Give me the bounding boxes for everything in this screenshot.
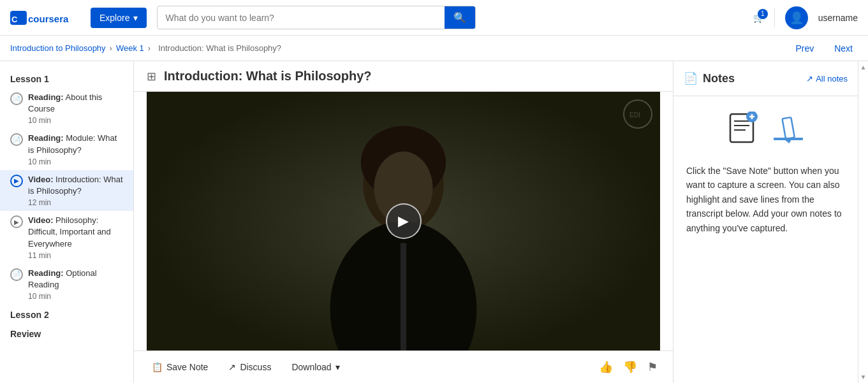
save-note-icon: 📋 [152,362,163,372]
thumbs-down-button[interactable]: 👎 [621,358,640,377]
breadcrumb-sep1: › [110,43,112,53]
video-icon-1: ▶ [10,175,23,187]
notes-title: Notes [703,72,735,85]
sidebar-item-label-4: Video: Philosophy: Difficult, Important … [28,215,123,250]
notes-panel: 📄 Notes ↗ All notes [673,61,858,383]
main-layout: Lesson 1 📄 Reading: About this Course 10… [0,61,868,383]
svg-text:EDI: EDI [629,112,640,119]
cart-icon[interactable]: 🛒 1 [753,13,764,23]
save-note-icon-large [728,112,760,148]
notes-document-icon: 📄 [684,71,698,85]
content-header: ⊞ Introduction: What is Philosophy? [134,61,673,92]
notes-description: Click the "Save Note" button when you wa… [673,159,858,248]
breadcrumb-week[interactable]: Week 1 [116,43,144,53]
content-title: Introduction: What is Philosophy? [164,69,372,83]
external-link-icon: ↗ [806,74,813,83]
svg-rect-19 [782,117,794,139]
search-button[interactable]: 🔍 [445,6,475,29]
sidebar-item-video-philosophy[interactable]: ▶ Video: Philosophy: Difficult, Importan… [0,211,133,264]
logo[interactable]: C coursera [10,8,80,27]
sidebar-item-label-5: Reading: Optional Reading [28,268,123,291]
reading-icon-2: 📄 [10,133,23,146]
breadcrumb-current: Introduction: What is Philosophy? [158,43,281,53]
lesson2-title: Lesson 2 [0,305,133,324]
sidebar-item-label-2: Reading: Module: What is Philosophy? [28,133,123,155]
review-title: Review [0,324,133,343]
sidebar-item-duration-4: 11 min [28,251,123,260]
all-notes-button[interactable]: ↗ All notes [806,74,848,83]
sidebar-item-video-intro[interactable]: ▶ Video: Introduction: What is Philosoph… [0,170,133,211]
grid-icon[interactable]: ⊞ [147,69,156,83]
prev-button[interactable]: Prev [790,41,819,56]
scroll-up-button[interactable]: ▲ [860,64,867,71]
sidebar-item-label-3: Video: Introduction: What is Philosophy? [28,174,123,197]
pencil-icon-large [772,113,804,147]
right-scrollbar: ▲ ▼ [858,61,868,383]
discuss-button[interactable]: ↗ Discuss [223,359,276,375]
header-right: 🛒 1 👤 username [753,6,858,29]
flag-button[interactable]: ⚑ [645,358,660,377]
sidebar-item-reading-about[interactable]: 📄 Reading: About this Course 10 min [0,88,133,129]
sidebar-item-duration-2: 10 min [28,157,123,166]
sidebar-item-reading-module[interactable]: 📄 Reading: Module: What is Philosophy? 1… [0,129,133,170]
search-bar: 🔍 [157,6,476,29]
sidebar-item-label-1: Reading: About this Course [28,92,123,115]
video-icon-2: ▶ [10,215,23,228]
header: C coursera Explore ▾ 🔍 🛒 1 👤 username [0,0,868,36]
svg-rect-8 [401,243,406,351]
username-label[interactable]: username [818,13,858,23]
sidebar: Lesson 1 📄 Reading: About this Course 10… [0,61,134,383]
sidebar-item-duration-1: 10 min [28,116,123,125]
scroll-down-button[interactable]: ▼ [860,373,867,380]
content-area: ⊞ Introduction: What is Philosophy? [134,61,673,383]
reading-icon-3: 📄 [10,268,23,281]
sidebar-item-duration-3: 12 min [28,198,123,207]
breadcrumb: Introduction to Philosophy › Week 1 › In… [0,36,868,61]
thumbs-up-button[interactable]: 👍 [596,358,615,377]
video-toolbar: 📋 Save Note ↗ Discuss Download ▾ 👍 👎 ⚑ [134,350,673,383]
next-button[interactable]: Next [829,41,858,56]
divider [774,8,775,27]
avatar[interactable]: 👤 [785,6,808,29]
notes-header: 📄 Notes ↗ All notes [673,61,858,96]
search-input[interactable] [158,8,445,28]
svg-text:C: C [11,15,18,24]
svg-text:coursera: coursera [28,13,69,24]
lesson1-title: Lesson 1 [0,69,133,88]
toolbar-right: 👍 👎 ⚑ [596,358,660,377]
notes-icons-row [673,96,858,159]
save-note-button[interactable]: 📋 Save Note [147,359,213,375]
download-button[interactable]: Download ▾ [286,359,344,375]
discuss-icon: ↗ [228,362,236,372]
sidebar-item-reading-optional[interactable]: 📄 Reading: Optional Reading 10 min [0,264,133,305]
breadcrumb-course[interactable]: Introduction to Philosophy [10,43,106,53]
reading-icon-1: 📄 [10,92,23,105]
cart-badge: 1 [758,9,768,19]
breadcrumb-nav: Prev Next [790,41,858,56]
watermark: EDI [622,98,654,130]
explore-button[interactable]: Explore ▾ [91,8,147,28]
sidebar-item-duration-5: 10 min [28,292,123,301]
play-button[interactable]: ▶ [386,203,422,239]
video-container[interactable]: EDI ▶ [147,92,660,350]
breadcrumb-sep2: › [148,43,151,53]
